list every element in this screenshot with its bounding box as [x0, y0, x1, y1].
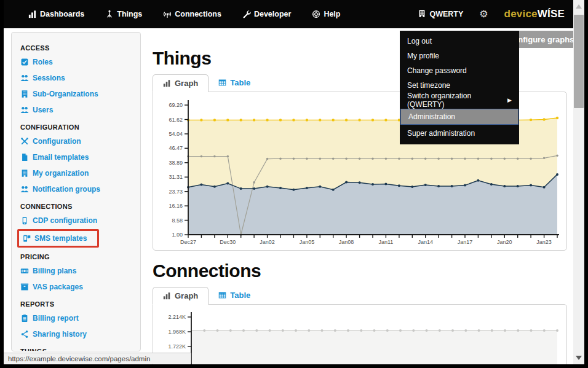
- sidebar-item-vas-packages[interactable]: VAS packages: [20, 279, 140, 295]
- gear-icon[interactable]: ⚙: [479, 9, 488, 19]
- wrench-icon: [242, 10, 251, 18]
- sidebar-item-sessions[interactable]: Sessions: [20, 70, 140, 86]
- scrollbar-down-arrow-icon[interactable]: [576, 356, 582, 360]
- vertical-scrollbar[interactable]: [573, 0, 584, 364]
- sidebar-item-label: Sharing history: [33, 330, 87, 339]
- svg-text:Jan05: Jan05: [300, 239, 315, 245]
- sidebar-item-label: VAS packages: [33, 283, 83, 291]
- share-icon: [20, 330, 29, 339]
- nav-item-developer[interactable]: Developer: [242, 10, 291, 18]
- sidebar-item-sub-organizations[interactable]: Sub-Organizations: [20, 86, 140, 102]
- sidebar-item-label: Notification groups: [33, 185, 100, 194]
- phone-sms-icon: [22, 234, 31, 243]
- svg-text:Jan23: Jan23: [536, 239, 552, 245]
- sidebar-item-cdp-configuration[interactable]: CDP configuration: [20, 213, 140, 229]
- menu-item-log-out[interactable]: Log out: [400, 34, 519, 49]
- connections-tab-graph-label: Graph: [175, 291, 198, 300]
- organization-name: QWERTY: [429, 10, 463, 18]
- connections-tab-graph[interactable]: Graph: [153, 287, 209, 305]
- things-tab-table[interactable]: Table: [209, 74, 260, 92]
- nav-item-label: Dashboards: [40, 10, 84, 18]
- sidebar-section-connections: CONNECTIONS: [20, 203, 140, 210]
- scrollbar-thumb[interactable]: [574, 15, 584, 108]
- menu-item-label: Super administration: [407, 129, 475, 138]
- status-bar-url: https://example.devicewise.com/pages/adm…: [4, 353, 191, 364]
- sidebar-item-billing-plans[interactable]: Billing plans: [20, 263, 140, 279]
- scrollbar-up-arrow-icon[interactable]: [576, 4, 582, 9]
- sidebar-item-label: Email templates: [33, 153, 89, 162]
- sidebar-item-label: Billing report: [33, 314, 79, 323]
- nav-item-label: Developer: [254, 10, 291, 18]
- things-tab-graph[interactable]: Graph: [153, 74, 209, 92]
- logo-part-device: device: [504, 8, 538, 20]
- svg-text:Dec27: Dec27: [180, 239, 196, 245]
- check-square-icon: [20, 58, 29, 66]
- package-icon: [20, 283, 29, 291]
- money-icon: [20, 267, 29, 275]
- svg-text:1.722K: 1.722K: [168, 343, 186, 350]
- svg-text:Dec30: Dec30: [220, 239, 236, 245]
- menu-item-change-password[interactable]: Change password: [400, 63, 519, 78]
- connections-heading: Connections: [153, 260, 567, 281]
- phone-icon: [20, 216, 29, 225]
- devicewise-logo: deviceWÍSE: [504, 8, 565, 20]
- sidebar-item-sharing-history[interactable]: Sharing history: [20, 326, 140, 342]
- nav-item-label: Connections: [175, 10, 221, 18]
- svg-text:Jan08: Jan08: [339, 239, 354, 245]
- nav-item-label: Help: [324, 10, 340, 18]
- life-ring-icon: [312, 10, 320, 18]
- table-icon: [218, 79, 226, 87]
- connections-chart-panel: 2.214K1.968K1.722K: [153, 304, 567, 364]
- nav-item-label: Things: [117, 10, 142, 18]
- sidebar-item-users[interactable]: Users: [20, 102, 140, 118]
- topnav-right: QWERTY ⚙ deviceWÍSE: [418, 8, 565, 20]
- menu-item-label: Log out: [407, 37, 432, 45]
- svg-text:23.73: 23.73: [169, 189, 183, 195]
- nav-item-help[interactable]: Help: [312, 10, 340, 18]
- sidebar-section-pricing: PRICING: [20, 253, 140, 260]
- people-icon: [20, 185, 29, 194]
- sidebar-item-sms-templates[interactable]: SMS templates: [17, 229, 99, 248]
- things-tab-table-label: Table: [230, 78, 250, 87]
- bar-chart-icon: [163, 292, 171, 300]
- svg-text:46.47: 46.47: [169, 145, 183, 151]
- svg-text:Jan20: Jan20: [497, 239, 512, 245]
- sidebar-item-roles[interactable]: Roles: [20, 54, 140, 70]
- sidebar-item-label: Sub-Organizations: [33, 90, 98, 98]
- menu-item-super-administration[interactable]: Super administration: [400, 126, 519, 141]
- sidebar-item-label: Roles: [33, 58, 53, 66]
- sidebar-item-email-templates[interactable]: Email templates: [20, 149, 140, 165]
- people-icon: [20, 106, 29, 114]
- menu-item-label: My profile: [407, 52, 439, 60]
- sidebar-item-notification-groups[interactable]: Notification groups: [20, 181, 140, 197]
- sidebar-item-my-organization[interactable]: My organization: [20, 165, 140, 181]
- organization-menu-button[interactable]: QWERTY: [418, 9, 463, 20]
- building-icon: [20, 90, 29, 98]
- sidebar-item-label: My organization: [33, 169, 89, 178]
- nav-item-connections[interactable]: Connections: [163, 10, 221, 18]
- signal-icon: [163, 10, 172, 18]
- menu-item-label: Set timezone: [407, 81, 450, 90]
- menu-item-my-profile[interactable]: My profile: [400, 49, 519, 63]
- menu-item-set-timezone[interactable]: Set timezone: [400, 78, 519, 93]
- sidebar-item-label: SMS templates: [34, 234, 87, 243]
- svg-text:Jan11: Jan11: [378, 239, 393, 245]
- connections-tab-table[interactable]: Table: [209, 286, 260, 304]
- sidebar-item-configuration[interactable]: Configuration: [20, 133, 140, 149]
- svg-text:8.58: 8.58: [172, 217, 183, 224]
- bar-chart-icon: [163, 79, 171, 87]
- bar-chart-icon: [28, 10, 37, 18]
- sidebar-item-billing-report[interactable]: Billing report: [20, 310, 140, 326]
- sidebar-item-label: Sessions: [33, 74, 65, 82]
- svg-text:31.31: 31.31: [169, 174, 183, 180]
- sidebar-section-access: ACCESS: [20, 44, 140, 52]
- nav-item-dashboards[interactable]: Dashboards: [28, 10, 84, 18]
- menu-item-administration[interactable]: Administration: [400, 109, 518, 125]
- menu-item-switch-organization-qwerty-[interactable]: Switch organization (QWERTY)▶: [400, 93, 519, 108]
- menu-item-label: Switch organization (QWERTY): [407, 92, 507, 109]
- svg-text:2.214K: 2.214K: [168, 314, 186, 320]
- things-tab-graph-label: Graph: [175, 79, 198, 88]
- sidebar-section-reports: REPORTS: [20, 300, 140, 308]
- nav-item-things[interactable]: Things: [105, 10, 142, 18]
- connections-tabs: Graph Table: [153, 286, 567, 304]
